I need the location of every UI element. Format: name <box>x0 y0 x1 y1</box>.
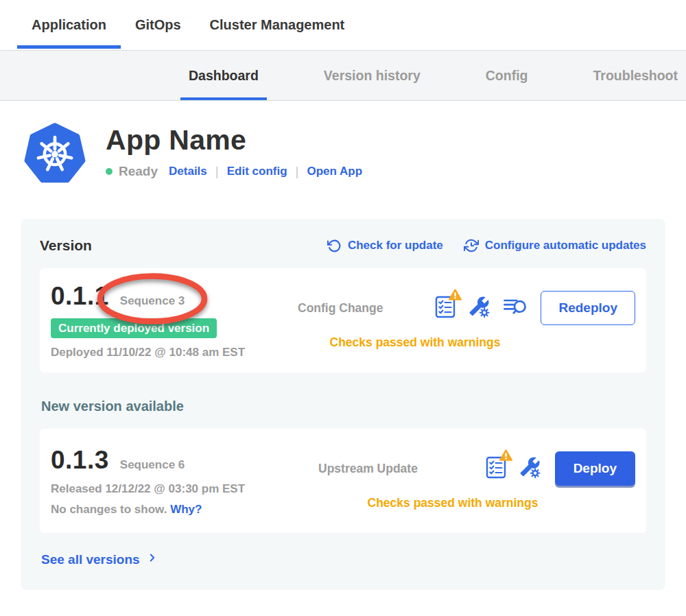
current-version-card: 0.1.1 Sequence 3 Currently deployed vers… <box>40 268 646 372</box>
clock-refresh-icon <box>464 238 479 253</box>
deploy-button[interactable]: Deploy <box>555 451 635 486</box>
status-badge: Ready <box>119 164 158 179</box>
check-for-update-label: Check for update <box>348 239 443 252</box>
see-all-versions-label: See all versions <box>41 552 140 567</box>
wrench-gear-icon[interactable] <box>519 456 541 482</box>
configure-automatic-updates-link[interactable]: Configure automatic updates <box>464 238 646 253</box>
app-header: App Name Ready Details | Edit config | O… <box>23 121 686 185</box>
available-version-info: 0.1.3 Sequence 6 Released 12/12/22 @ 03:… <box>51 446 298 517</box>
tab-version-history[interactable]: Version history <box>316 51 429 100</box>
redeploy-button[interactable]: Redeploy <box>541 291 635 325</box>
app-tabs: Dashboard Version history Config Trouble… <box>0 50 686 101</box>
checks-status-text: Checks passed with warnings <box>298 496 635 510</box>
panel-title: Version <box>40 237 92 254</box>
available-version-actions: Upstream Update <box>298 451 635 510</box>
panel-actions: Check for update Configure automatic upd… <box>327 238 646 253</box>
available-sequence-text: Sequence 6 <box>120 458 185 471</box>
released-timestamp: Released 12/12/22 @ 03:30 pm EST <box>51 482 298 496</box>
see-all-versions-link[interactable]: See all versions <box>41 552 158 567</box>
app-header-text: App Name Ready Details | Edit config | O… <box>106 121 362 185</box>
nav-item-cluster-management[interactable]: Cluster Management <box>196 0 359 50</box>
current-version-number: 0.1.1 <box>51 282 109 311</box>
changes-note: No changes to show. Why? <box>51 503 298 517</box>
current-sequence-label: Sequence 3 <box>120 294 185 308</box>
deployed-timestamp: Deployed 11/10/22 @ 10:48 am EST <box>51 346 277 359</box>
tab-dashboard[interactable]: Dashboard <box>180 51 267 100</box>
page-title: App Name <box>106 124 362 156</box>
nav-item-gitops[interactable]: GitOps <box>121 0 196 50</box>
chevron-right-icon <box>146 552 158 567</box>
warning-triangle-icon <box>499 449 512 461</box>
available-version-number: 0.1.3 <box>51 446 109 475</box>
current-version-info: 0.1.1 Sequence 3 Currently deployed vers… <box>51 282 277 359</box>
available-sequence-label: Sequence 6 <box>120 458 185 472</box>
refresh-icon <box>327 239 342 253</box>
tab-config[interactable]: Config <box>477 51 536 100</box>
file-diff-icon[interactable] <box>503 297 527 320</box>
version-panel-header: Version Check for update <box>40 237 646 254</box>
new-version-heading: New version available <box>41 399 646 414</box>
version-source-label: Config Change <box>298 301 383 316</box>
link-separator: | <box>296 164 299 179</box>
link-separator: | <box>215 164 219 179</box>
why-link[interactable]: Why? <box>170 503 202 516</box>
version-panel: Version Check for update <box>21 219 665 590</box>
preflight-checklist-icon[interactable] <box>435 295 456 321</box>
version-source-label: Upstream Update <box>318 462 418 476</box>
available-version-card: 0.1.3 Sequence 6 Released 12/12/22 @ 03:… <box>40 429 646 533</box>
checks-status-text: Checks passed with warnings <box>277 335 635 350</box>
preflight-checklist-icon[interactable] <box>486 455 506 482</box>
configure-automatic-updates-label: Configure automatic updates <box>485 239 646 252</box>
wrench-gear-icon[interactable] <box>468 296 490 321</box>
open-app-link[interactable]: Open App <box>307 165 362 178</box>
version-action-icons <box>486 455 541 482</box>
check-for-update-link[interactable]: Check for update <box>327 239 443 253</box>
nav-item-application[interactable]: Application <box>17 0 121 50</box>
version-action-icons <box>435 295 527 321</box>
current-version-actions: Config Change <box>277 291 635 350</box>
tab-troubleshoot[interactable]: Troubleshoot <box>584 51 686 100</box>
deployed-badge: Currently deployed version <box>51 318 217 338</box>
status-dot <box>106 168 113 175</box>
warning-triangle-icon <box>449 289 462 300</box>
details-link[interactable]: Details <box>169 165 207 178</box>
status-row: Ready Details | Edit config | Open App <box>106 164 362 179</box>
edit-config-link[interactable]: Edit config <box>227 165 287 178</box>
current-sequence-text: Sequence 3 <box>120 294 185 307</box>
primary-nav: Application GitOps Cluster Management <box>0 0 686 50</box>
changes-text: No changes to show. <box>51 503 167 516</box>
kubernetes-logo <box>23 121 86 185</box>
